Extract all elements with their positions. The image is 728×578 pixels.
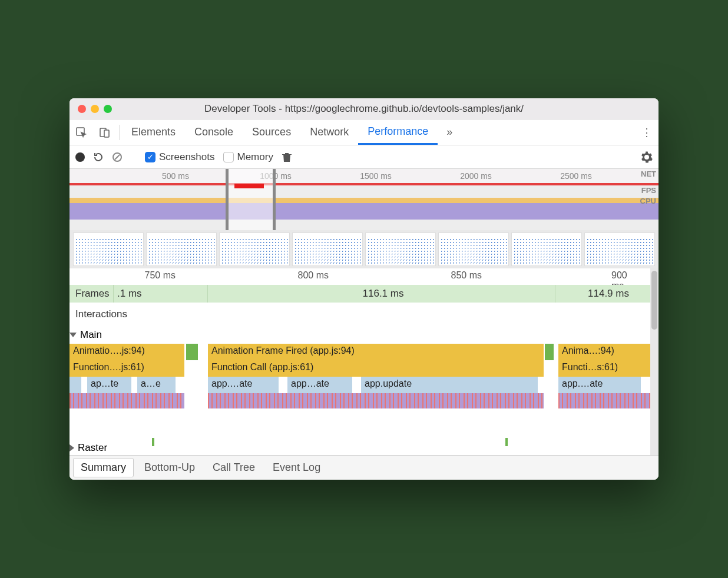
reload-button[interactable] [93, 152, 104, 162]
screenshot-thumb[interactable] [73, 232, 144, 266]
screenshot-thumb[interactable] [511, 232, 582, 266]
d-tick: 800 ms [298, 270, 329, 281]
settings-icon[interactable] [641, 151, 653, 163]
screenshots-checkbox[interactable]: ✓ Screenshots [145, 151, 215, 163]
flame-bar[interactable]: app.update [361, 377, 538, 393]
ov-tick: 2500 ms [560, 171, 592, 181]
chevron-down-icon [70, 333, 77, 337]
flame-bar[interactable]: app…ate [287, 377, 352, 393]
raster-label: Raster [78, 442, 107, 454]
tab-sources[interactable]: Sources [243, 119, 300, 145]
tab-bottom-up[interactable]: Bottom-Up [137, 459, 202, 477]
flamechart-area[interactable]: 750 ms 800 ms 850 ms 900 ms Frames .1 ms… [70, 268, 658, 455]
screenshot-thumb[interactable] [584, 232, 655, 266]
fps-label: FPS [641, 186, 656, 195]
perf-toolbar: ✓ Screenshots Memory [70, 145, 658, 169]
chevron-right-icon [70, 444, 74, 451]
interactions-label: Interactions [70, 308, 133, 320]
clear-button[interactable] [112, 152, 123, 162]
tab-event-log[interactable]: Event Log [266, 459, 327, 477]
titlebar: Developer Tools - https://googlechrome.g… [70, 98, 658, 119]
overview-ruler: 500 ms 1000 ms 1500 ms 2000 ms 2500 ms [70, 169, 658, 185]
main-track-header[interactable]: Main [70, 326, 658, 344]
device-toggle-icon[interactable] [93, 127, 117, 138]
cpu-label: CPU [640, 197, 656, 205]
tab-performance[interactable]: Performance [358, 119, 438, 145]
frames-track[interactable]: Frames .1 ms 116.1 ms 114.9 ms [70, 285, 658, 303]
checkbox-unchecked-icon [223, 152, 234, 162]
flame-bar[interactable]: Anima…:94) [558, 344, 653, 360]
flame-bar[interactable] [70, 377, 81, 393]
panel-tabs: Elements Console Sources Network Perform… [70, 119, 658, 145]
flame-bar[interactable]: Animation Frame Fired (app.js:94) [208, 344, 544, 360]
ov-tick: 1500 ms [360, 171, 392, 181]
tab-network[interactable]: Network [300, 119, 358, 145]
flame-bar[interactable]: a…e [137, 377, 176, 393]
checkbox-checked-icon: ✓ [145, 152, 155, 162]
flame-bar[interactable]: app.…ate [558, 377, 641, 393]
flame-stripes[interactable] [208, 393, 544, 408]
memory-label: Memory [237, 151, 273, 163]
screenshot-filmstrip[interactable] [70, 230, 658, 268]
inspect-icon[interactable] [70, 127, 93, 138]
main-flamechart[interactable]: Animatio….js:94) Animation Frame Fired (… [70, 344, 658, 441]
kebab-menu-icon[interactable]: ⋮ [635, 126, 658, 139]
flame-bar[interactable]: Function….js:61) [70, 360, 184, 377]
scrollbar-thumb[interactable] [651, 271, 657, 330]
frames-label: Frames [70, 285, 114, 303]
svg-rect-2 [104, 130, 109, 137]
flame-bar[interactable]: Function Call (app.js:61) [208, 360, 544, 377]
overview-net-lane: NET [70, 221, 658, 230]
detail-ruler: 750 ms 800 ms 850 ms 900 ms [70, 268, 658, 285]
screenshot-thumb[interactable] [365, 232, 436, 266]
raster-track-header[interactable]: Raster [70, 441, 658, 455]
screenshot-thumb[interactable] [292, 232, 363, 266]
frame-segment[interactable]: 114.9 ms [555, 285, 658, 303]
memory-checkbox[interactable]: Memory [223, 151, 273, 163]
screenshot-thumb[interactable] [146, 232, 217, 266]
record-button[interactable] [75, 152, 85, 162]
flame-bar[interactable]: Animatio….js:94) [70, 344, 184, 360]
frame-segment[interactable]: 116.1 ms [208, 285, 555, 303]
net-label: NET [641, 170, 656, 178]
screenshot-thumb[interactable] [219, 232, 290, 266]
trash-button[interactable] [282, 151, 292, 163]
more-tabs-icon[interactable]: » [438, 126, 461, 138]
flame-bar[interactable] [186, 344, 198, 360]
interactions-track[interactable]: Interactions [70, 303, 658, 326]
flame-stripes[interactable] [558, 393, 653, 408]
devtools-window: Developer Tools - https://googlechrome.g… [70, 98, 658, 480]
ov-tick: 500 ms [162, 171, 189, 181]
window-title: Developer Tools - https://googlechrome.g… [70, 103, 658, 115]
tab-console[interactable]: Console [185, 119, 243, 145]
tab-call-tree[interactable]: Call Tree [206, 459, 262, 477]
main-label: Main [80, 329, 102, 341]
flame-stripes[interactable] [70, 393, 184, 408]
tab-elements[interactable]: Elements [122, 119, 185, 145]
tab-summary[interactable]: Summary [73, 458, 134, 477]
details-tabs: Summary Bottom-Up Call Tree Event Log [70, 455, 658, 480]
overview-cpu-lane: CPU [70, 196, 658, 221]
vertical-scrollbar[interactable] [650, 268, 658, 455]
screenshots-label: Screenshots [159, 151, 215, 163]
d-tick: 750 ms [145, 270, 176, 281]
flame-bar[interactable]: Functi…s:61) [558, 360, 653, 377]
flame-bar[interactable] [545, 344, 554, 360]
overview-fps-lane: FPS [70, 185, 658, 196]
flame-bar[interactable]: ap…te [87, 377, 131, 393]
d-tick: 850 ms [451, 270, 482, 281]
flame-bar[interactable]: app.…ate [208, 377, 279, 393]
frame-segment[interactable]: .1 ms [114, 285, 208, 303]
overview-timeline[interactable]: 500 ms 1000 ms 1500 ms 2000 ms 2500 ms F… [70, 169, 658, 230]
ov-tick: 2000 ms [460, 171, 492, 181]
overview-selection[interactable] [226, 169, 276, 230]
screenshot-thumb[interactable] [438, 232, 509, 266]
